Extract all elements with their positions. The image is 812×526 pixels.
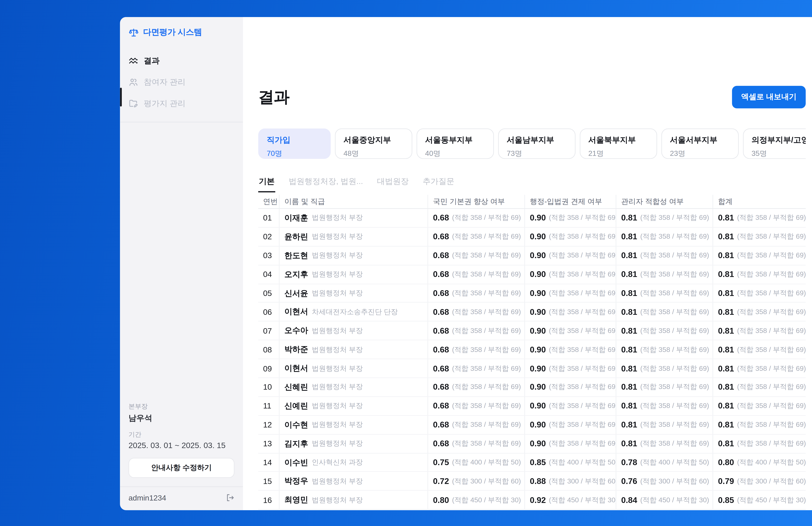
tab-4[interactable]: 추가질문 (422, 176, 455, 192)
score-detail: (적합 450 / 부적합 30) (737, 496, 806, 505)
group-cards: 직가입70명서울중앙지부48명서울동부지부40명서울남부지부73명서울북부지부2… (258, 128, 806, 159)
table-row: 10신혜린법원행정처 부장0.68(적합 358 / 부적합 69)0.90(적… (258, 378, 806, 397)
name-cell: 오지후법원행정처 부장 (279, 265, 427, 283)
score-value: 0.68 (433, 270, 449, 279)
person-name: 박하준 (284, 344, 308, 355)
group-count: 48명 (344, 148, 404, 159)
logout-icon[interactable] (226, 493, 234, 502)
score-cell: 0.68(적합 358 / 부적합 69) (427, 415, 524, 434)
row-number: 13 (258, 435, 279, 453)
score-value: 0.81 (621, 326, 637, 335)
score-value: 0.81 (621, 439, 637, 448)
sidebar-scrollbar[interactable] (120, 88, 122, 106)
group-card[interactable]: 서울서부지부23명 (662, 128, 739, 159)
score-value: 0.92 (530, 496, 546, 505)
header: 결과 엑셀로 내보내기 (258, 86, 806, 108)
sidebar-divider (120, 122, 243, 122)
export-excel-button[interactable]: 엑셀로 내보내기 (732, 86, 806, 108)
sidebar-item-participants[interactable]: 참여자 관리 (120, 71, 243, 92)
folder-edit-icon (129, 98, 138, 108)
score-value: 0.76 (621, 477, 637, 486)
group-card[interactable]: 서울북부지부21명 (580, 128, 657, 159)
group-card[interactable]: 서울동부지부40명 (417, 128, 494, 159)
tab-1[interactable]: 기본 (258, 176, 275, 192)
sidebar-item-results[interactable]: 결과 (120, 50, 243, 71)
name-cell: 이재훈법원행정처 부장 (279, 209, 427, 227)
edit-notice-button[interactable]: 안내사항 수정하기 (129, 458, 234, 478)
score-detail: (적합 450 / 부적합 30) (640, 496, 709, 505)
tab-2[interactable]: 법원행정처장, 법원... (288, 176, 364, 192)
score-cell: 0.81(적합 358 / 부적합 69) (616, 284, 712, 302)
score-detail: (적합 300 / 부적합 60) (640, 477, 709, 486)
score-value: 0.68 (433, 364, 449, 373)
row-number: 16 (258, 491, 279, 509)
sidebar-info: 본부장 남우석 기간 2025. 03. 01 ~ 2025. 03. 15 안… (120, 403, 243, 510)
score-value: 0.79 (718, 477, 734, 486)
score-cell: 0.90(적합 358 / 부적합 69) (524, 359, 616, 378)
row-number: 06 (258, 303, 279, 321)
score-cell: 0.68(적합 358 / 부적합 69) (427, 265, 524, 283)
score-detail: (적합 358 / 부적합 69) (549, 251, 616, 260)
row-number: 01 (258, 209, 279, 227)
score-value: 0.68 (433, 213, 449, 222)
score-detail: (적합 358 / 부적합 69) (640, 251, 709, 260)
score-cell: 0.85(적합 450 / 부적합 30) (713, 491, 806, 509)
score-detail: (적합 358 / 부적합 69) (640, 307, 709, 317)
score-detail: (적합 358 / 부적합 69) (640, 401, 709, 411)
column-header: 이름 및 직급 (279, 195, 427, 208)
score-detail: (적합 300 / 부적합 60) (549, 477, 616, 486)
group-card[interactable]: 서울중앙지부48명 (335, 128, 412, 159)
score-detail: (적합 358 / 부적합 69) (452, 270, 521, 279)
score-value: 0.90 (530, 326, 546, 335)
score-detail: (적합 450 / 부적합 30) (452, 496, 521, 505)
score-value: 0.90 (530, 420, 546, 429)
score-cell: 0.68(적합 358 / 부적합 69) (427, 378, 524, 396)
sidebar-item-label: 참여자 관리 (144, 76, 186, 88)
score-detail: (적합 358 / 부적합 69) (737, 420, 806, 429)
person-title: 법원행정처 부장 (312, 289, 363, 298)
person-name: 최영민 (284, 495, 308, 506)
group-card[interactable]: 의정부지부/고양지부35명 (743, 128, 806, 159)
table-row: 01이재훈법원행정처 부장0.68(적합 358 / 부적합 69)0.90(적… (258, 209, 806, 228)
score-value: 0.68 (433, 326, 449, 335)
score-detail: (적합 358 / 부적합 69) (640, 364, 709, 373)
score-value: 0.81 (718, 383, 734, 392)
table-row: 11신예린법원행정처 부장0.68(적합 358 / 부적합 69)0.90(적… (258, 397, 806, 416)
score-cell: 0.68(적합 358 / 부적합 69) (427, 322, 524, 340)
score-value: 0.90 (530, 401, 546, 411)
score-cell: 0.75(적합 400 / 부적합 50) (427, 453, 524, 471)
sidebar-item-forms[interactable]: 평가지 관리 (120, 92, 243, 114)
group-card[interactable]: 서울남부지부73명 (498, 128, 576, 159)
score-value: 0.81 (621, 383, 637, 392)
score-value: 0.88 (530, 477, 546, 486)
score-value: 0.81 (621, 251, 637, 260)
score-detail: (적합 358 / 부적합 69) (640, 213, 709, 222)
sidebar-item-label: 평가지 관리 (144, 98, 186, 109)
group-count: 73명 (507, 148, 567, 159)
group-count: 35명 (752, 148, 806, 159)
score-value: 0.90 (530, 307, 546, 317)
score-detail: (적합 358 / 부적합 69) (737, 383, 806, 392)
table-row: 06이현서차세대전자소송추진단 단장0.68(적합 358 / 부적합 69)0… (258, 303, 806, 322)
score-detail: (적합 358 / 부적합 69) (549, 213, 616, 222)
score-value: 0.81 (718, 289, 734, 298)
score-cell: 0.81(적합 358 / 부적합 69) (616, 359, 712, 378)
group-name: 서울남부지부 (507, 135, 567, 146)
table-row: 08박하준법원행정처 부장0.68(적합 358 / 부적합 69)0.90(적… (258, 340, 806, 359)
score-detail: (적합 358 / 부적합 69) (737, 270, 806, 279)
person-title: 법원행정처 부장 (312, 420, 363, 429)
score-value: 0.90 (530, 251, 546, 260)
score-detail: (적합 358 / 부적합 69) (640, 345, 709, 354)
score-cell: 0.81(적합 358 / 부적합 69) (616, 265, 712, 283)
score-value: 0.81 (621, 289, 637, 298)
score-detail: (적합 358 / 부적합 69) (640, 270, 709, 279)
group-card[interactable]: 직가입70명 (258, 128, 331, 159)
score-cell: 0.84(적합 450 / 부적합 30) (616, 491, 712, 509)
score-detail: (적합 358 / 부적합 69) (549, 289, 616, 298)
score-cell: 0.81(적합 358 / 부적합 69) (713, 303, 806, 321)
row-number: 15 (258, 472, 279, 490)
tab-3[interactable]: 대법원장 (376, 176, 409, 192)
score-value: 0.80 (433, 496, 449, 505)
score-cell: 0.68(적합 358 / 부적합 69) (427, 303, 524, 321)
person-title: 법원행정처 부장 (312, 213, 363, 222)
